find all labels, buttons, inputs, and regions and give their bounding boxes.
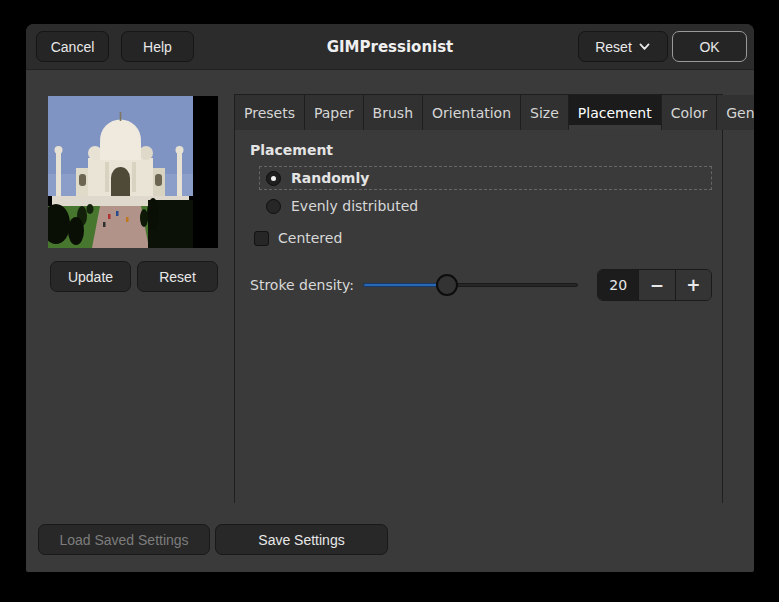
placement-panel: Placement Randomly Evenly distributed Ce… xyxy=(235,130,722,503)
reset-menu-label: Reset xyxy=(595,39,632,55)
tab-brush[interactable]: Brush xyxy=(364,95,423,130)
tab-placement[interactable]: Placement xyxy=(569,95,662,130)
preview-image xyxy=(48,96,218,248)
reset-preview-button[interactable]: Reset xyxy=(137,261,218,292)
save-settings-button[interactable]: Save Settings xyxy=(215,524,388,555)
tab-size[interactable]: Size xyxy=(521,95,569,130)
radio-randomly[interactable] xyxy=(266,171,281,186)
chevron-down-icon xyxy=(638,40,651,53)
load-saved-settings-button[interactable]: Load Saved Settings xyxy=(38,524,210,555)
settings-notebook: Presets Paper Brush Orientation Size Pla… xyxy=(234,94,723,503)
centered-label: Centered xyxy=(278,230,342,246)
increment-button[interactable]: + xyxy=(675,270,711,300)
gimpressionist-dialog: Cancel Help GIMPressionist Reset OK xyxy=(26,24,754,572)
ok-button[interactable]: OK xyxy=(672,31,747,62)
stroke-density-spinbox: 20 − + xyxy=(597,269,712,301)
radio-row-evenly[interactable]: Evenly distributed xyxy=(259,194,712,218)
placement-heading: Placement xyxy=(250,142,333,158)
slider-handle[interactable] xyxy=(436,274,458,296)
decrement-button[interactable]: − xyxy=(638,270,674,300)
dialog-body: Update Reset Presets Paper Brush Orienta… xyxy=(26,70,754,572)
help-button[interactable]: Help xyxy=(121,31,194,62)
radio-evenly-distributed[interactable] xyxy=(266,199,281,214)
screen: Cancel Help GIMPressionist Reset OK xyxy=(0,0,779,602)
tab-presets[interactable]: Presets xyxy=(235,95,305,130)
radio-evenly-label: Evenly distributed xyxy=(291,198,418,214)
tab-general[interactable]: General xyxy=(717,95,754,130)
stroke-density-label: Stroke density: xyxy=(250,269,354,301)
tab-orientation[interactable]: Orientation xyxy=(423,95,521,130)
tab-color[interactable]: Color xyxy=(662,95,718,130)
stroke-density-value[interactable]: 20 xyxy=(598,270,638,300)
update-preview-button[interactable]: Update xyxy=(50,261,131,292)
cancel-button[interactable]: Cancel xyxy=(36,31,109,62)
centered-row[interactable]: Centered xyxy=(254,228,342,248)
taj-mahal-illustration xyxy=(48,96,193,248)
centered-checkbox[interactable] xyxy=(254,231,269,246)
tab-paper[interactable]: Paper xyxy=(305,95,364,130)
load-saved-settings-label: Load Saved Settings xyxy=(59,532,188,548)
tab-strip: Presets Paper Brush Orientation Size Pla… xyxy=(235,95,722,130)
stroke-density-row: Stroke density: 20 − + xyxy=(235,269,722,301)
stroke-density-slider[interactable] xyxy=(363,269,578,301)
reset-menu-button[interactable]: Reset xyxy=(578,31,668,62)
titlebar[interactable]: Cancel Help GIMPressionist Reset OK xyxy=(26,24,754,70)
radio-row-randomly[interactable]: Randomly xyxy=(259,166,712,190)
slider-fill xyxy=(363,283,447,287)
radio-randomly-label: Randomly xyxy=(291,170,369,186)
